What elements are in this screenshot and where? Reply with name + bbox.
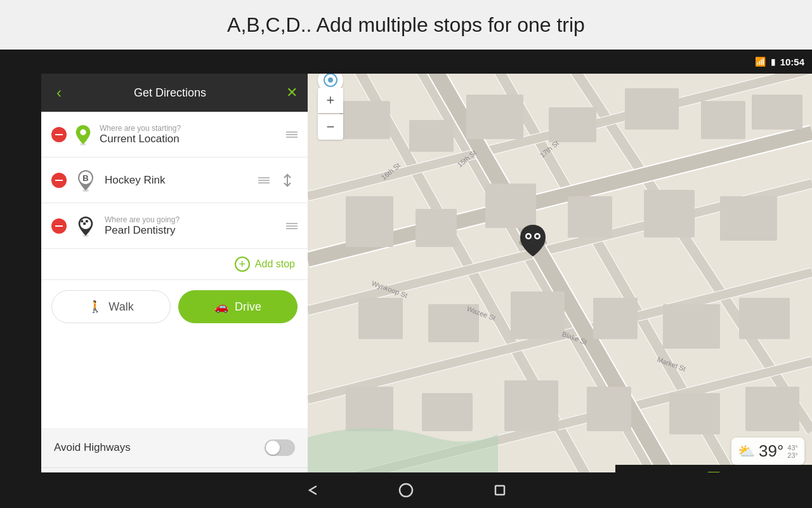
close-button[interactable]: ✕ — [286, 84, 298, 101]
weather-icon: ⛅ — [738, 443, 755, 460]
title-bar: A,B,C,D.. Add multiple stops for one tri… — [0, 0, 812, 50]
stop-c-hint: Where are you going? — [105, 215, 278, 224]
directions-list: Where are you starting? Current Location… — [41, 112, 308, 428]
svg-point-77 — [400, 484, 412, 497]
walk-label: Walk — [108, 300, 133, 314]
svg-rect-9 — [86, 220, 88, 222]
svg-rect-38 — [549, 107, 596, 142]
svg-rect-57 — [587, 387, 631, 431]
weather-low: 23° — [787, 451, 798, 459]
zoom-out-button[interactable]: − — [318, 114, 343, 140]
drive-icon: 🚗 — [214, 300, 228, 314]
stop-a-hint: Where are you starting? — [100, 124, 278, 133]
svg-rect-53 — [739, 298, 790, 339]
weather-range: 43° 23° — [787, 444, 798, 459]
add-stop-button[interactable]: + Add stop — [235, 257, 295, 272]
svg-rect-50 — [511, 291, 565, 339]
drive-button[interactable]: 🚗 Drive — [178, 290, 298, 323]
svg-rect-37 — [466, 95, 523, 139]
left-strip — [0, 50, 41, 508]
stop-a-icon — [74, 124, 92, 145]
svg-rect-47 — [720, 196, 777, 241]
stop-a-item: Where are you starting? Current Location — [41, 112, 308, 157]
location-dot-inner — [324, 73, 337, 87]
avoid-highways-label: Avoid Highways — [54, 441, 131, 454]
stop-a-drag-handle[interactable] — [286, 131, 298, 138]
location-dot-center — [328, 77, 333, 83]
walk-button[interactable]: 🚶 Walk — [51, 290, 171, 323]
svg-rect-10 — [81, 222, 83, 225]
stop-b-item: B Hockey Rink — [41, 157, 308, 203]
back-button[interactable]: ‹ — [51, 81, 67, 104]
remove-stop-a-button[interactable] — [51, 127, 67, 142]
add-stop-label: Add stop — [255, 258, 295, 270]
svg-rect-40 — [701, 101, 745, 139]
map-canvas: 16th St 15th St 17th St Wynkoop St Wazee… — [308, 50, 812, 508]
svg-text:B: B — [82, 173, 88, 183]
page-title: A,B,C,D.. Add multiple stops for one tri… — [227, 13, 585, 37]
svg-rect-54 — [346, 387, 393, 431]
remove-stop-c-button[interactable] — [51, 218, 67, 234]
status-bar: 📶 ▮ 10:54 — [41, 50, 812, 74]
svg-rect-52 — [663, 304, 720, 349]
svg-point-70 — [527, 235, 530, 238]
svg-point-71 — [536, 235, 539, 238]
svg-rect-43 — [416, 209, 457, 247]
weather-high: 43° — [787, 444, 798, 451]
android-back-button[interactable] — [303, 481, 321, 499]
weather-widget: ⛅ 39° 43° 23° — [731, 438, 804, 465]
svg-rect-45 — [568, 196, 612, 237]
stop-a-name[interactable]: Current Location — [100, 133, 278, 145]
map-area[interactable]: 16th St 15th St 17th St Wynkoop St Wazee… — [308, 50, 812, 508]
svg-rect-51 — [593, 298, 638, 339]
stop-c-text: Where are you going? Pearl Dentistry — [105, 215, 278, 237]
walk-icon: 🚶 — [88, 300, 102, 314]
add-stop-row: + Add stop — [41, 249, 308, 280]
stop-c-item: Where are you going? Pearl Dentistry — [41, 203, 308, 249]
svg-rect-11 — [83, 222, 86, 225]
svg-rect-46 — [644, 190, 695, 237]
svg-rect-58 — [669, 393, 720, 434]
panel-title: Get Directions — [74, 86, 266, 100]
add-stop-plus-icon: + — [235, 257, 250, 272]
stop-b-drag-handle[interactable] — [258, 177, 270, 184]
map-controls: + − — [318, 88, 343, 140]
swap-button[interactable] — [277, 170, 298, 190]
stop-c-drag-handle[interactable] — [286, 223, 298, 229]
svg-rect-44 — [485, 184, 536, 228]
svg-rect-56 — [504, 380, 558, 431]
zoom-in-button[interactable]: + — [318, 88, 343, 113]
svg-rect-36 — [409, 120, 454, 152]
remove-stop-b-button[interactable] — [51, 173, 67, 188]
stop-c-name[interactable]: Pearl Dentistry — [105, 224, 278, 237]
battery-icon: ▮ — [771, 57, 775, 67]
stop-c-icon — [74, 215, 97, 237]
stop-b-icon: B — [74, 169, 97, 192]
svg-rect-39 — [625, 88, 679, 130]
wifi-icon: 📶 — [755, 57, 766, 67]
transport-row: 🚶 Walk 🚗 Drive — [41, 280, 308, 333]
drive-label: Drive — [235, 300, 261, 314]
svg-rect-8 — [83, 220, 86, 222]
status-time: 10:54 — [780, 57, 804, 67]
panel-header: ‹ Get Directions ✕ — [41, 74, 308, 112]
svg-rect-55 — [422, 393, 473, 431]
avoid-highways-row: Avoid Highways — [41, 428, 308, 468]
svg-rect-35 — [339, 101, 390, 139]
avoid-highways-toggle[interactable] — [265, 439, 295, 456]
svg-rect-59 — [745, 387, 799, 431]
stop-b-text: Hockey Rink — [105, 174, 251, 187]
svg-rect-78 — [495, 486, 504, 495]
weather-temperature: 39° — [759, 441, 783, 461]
android-home-button[interactable] — [397, 481, 415, 499]
svg-rect-42 — [346, 196, 393, 247]
android-nav-bar — [0, 472, 812, 508]
stop-a-text: Where are you starting? Current Location — [100, 124, 278, 145]
svg-point-1 — [80, 129, 86, 135]
svg-rect-41 — [752, 95, 802, 130]
android-recent-button[interactable] — [491, 481, 509, 499]
left-panel: ‹ Get Directions ✕ Where are you startin… — [41, 50, 308, 508]
stop-b-name[interactable]: Hockey Rink — [105, 174, 251, 187]
svg-rect-12 — [86, 222, 88, 225]
svg-rect-48 — [358, 298, 403, 339]
